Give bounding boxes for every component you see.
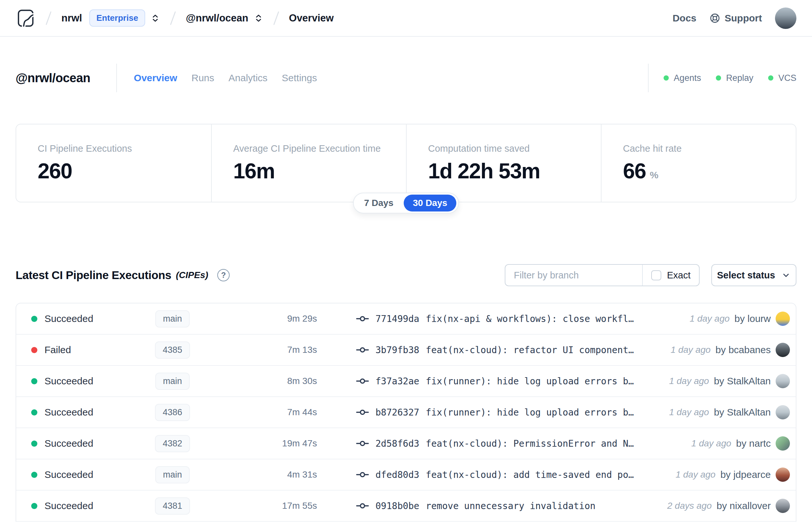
integration-label: Replay [726,73,753,83]
commit-time: 1 day ago [669,376,709,386]
breadcrumb-org[interactable]: nrwl [61,12,82,24]
commit-icon [356,406,369,419]
duration: 4m 31s [213,469,317,480]
table-row[interactable]: Succeeded main 8m 30s f37a32ae fix(runne… [16,366,796,397]
integration-label: Agents [674,73,701,83]
stat-card-ci-pipeline-executions: CI Pipeline Executions 260 [16,124,211,202]
status-dot [31,409,37,416]
status-dot-icon [716,75,721,80]
integration-replay[interactable]: Replay [716,73,753,83]
commit-time: 1 day ago [691,438,731,449]
status-label: Succeeded [45,407,93,418]
commit-icon [356,343,369,356]
table-row[interactable]: Failed 4385 7m 13s 3b79fb38 feat(nx-clou… [16,335,796,366]
duration: 7m 44s [213,407,317,418]
duration: 9m 29s [213,314,317,324]
tab-analytics[interactable]: Analytics [229,73,267,84]
org-switcher-caret-icon[interactable] [150,13,160,23]
divider [648,64,649,92]
integration-vcs[interactable]: VCS [768,73,796,83]
exact-label: Exact [667,270,691,281]
stat-label: Computation time saved [428,143,601,154]
commit-hash: b8726327 [376,407,419,418]
exact-checkbox[interactable] [651,270,661,280]
commit-author: by nixallover [717,500,771,511]
table-row[interactable]: Succeeded 4386 7m 44s b8726327 fix(runne… [16,397,796,428]
commit-icon [356,437,369,450]
range-option-7-days[interactable]: 7 Days [354,195,404,211]
enterprise-badge: Enterprise [89,10,145,27]
branch-badge: main [155,373,190,390]
stat-card-average-execution-time: Average CI Pipeline Execution time 16m [211,124,406,202]
commit-hash: 0918b0be [376,501,419,511]
table-row[interactable]: Succeeded 4382 19m 47s 2d58f6d3 feat(nx-… [16,428,796,460]
status-select-dropdown[interactable]: Select status [711,264,796,286]
avatar [776,343,790,357]
support-link[interactable]: Support [725,13,762,24]
integration-label: VCS [778,73,796,83]
commit-author: by nartc [736,438,771,449]
nx-cloud-logo-icon[interactable] [16,8,36,28]
stat-value: 16m [233,159,275,183]
status-dot [31,378,37,384]
top-nav: nrwl Enterprise @nrwl/ocean Overview Doc… [0,0,812,37]
status-label: Succeeded [45,376,93,387]
date-range-toggle: 7 Days 30 Days [353,193,459,213]
workspace-header: @nrwl/ocean Overview Runs Analytics Sett… [0,67,812,89]
breadcrumb-separator [46,11,52,25]
workspace-tabs: Overview Runs Analytics Settings [134,73,317,84]
status-label: Succeeded [45,313,93,324]
table-row[interactable]: Succeeded main 4m 31s dfed80d3 feat(nx-c… [16,460,796,491]
table-row[interactable]: Succeeded main 9m 29s 771499da fix(nx-ap… [16,303,796,335]
commit-message: feat(nx-cloud): refactor UI component… [426,345,634,356]
status-dot [31,440,37,447]
commit-author: by StalkAltan [714,407,771,418]
avatar [776,374,790,388]
integration-agents[interactable]: Agents [663,73,701,83]
branch-filter-input[interactable] [505,270,642,281]
avatar [776,405,790,419]
stat-value: 260 [38,159,72,183]
avatar [776,436,790,451]
tab-runs[interactable]: Runs [191,73,214,84]
commit-icon [356,468,369,481]
duration: 8m 30s [213,376,317,386]
range-option-30-days[interactable]: 30 Days [404,195,456,211]
section-title: Latest CI Pipeline Executions [16,269,171,282]
stat-label: CI Pipeline Executions [38,143,211,154]
tab-overview[interactable]: Overview [134,73,177,84]
stat-card-computation-time-saved: Computation time saved 1d 22h 53m [406,124,601,202]
breadcrumb-separator [273,11,279,25]
docs-link[interactable]: Docs [673,13,696,24]
breadcrumb-workspace[interactable]: @nrwl/ocean [186,12,248,24]
user-avatar[interactable] [775,7,796,29]
stat-value: 66 [623,159,646,183]
commit-time: 1 day ago [676,469,716,480]
branch-badge: main [155,466,190,483]
tab-settings[interactable]: Settings [282,73,317,84]
help-icon[interactable] [217,269,230,281]
branch-badge: 4382 [155,435,190,452]
integration-status-group: Agents Replay VCS [648,64,796,92]
commit-message: remove unnecessary invalidation [426,501,596,511]
status-dot [31,347,37,353]
workspace-switcher-caret-icon[interactable] [254,13,263,23]
status-dot [31,316,37,322]
commit-time: 1 day ago [671,345,711,355]
cipe-table: Succeeded main 9m 29s 771499da fix(nx-ap… [16,303,796,522]
status-label: Succeeded [45,500,93,511]
cipes-controls: Exact Select status [505,264,796,286]
commit-message: fix(runner): hide log upload errors b… [426,376,634,387]
status-dot-icon [768,75,773,80]
breadcrumb-page: Overview [289,12,334,24]
commit-time: 2 days ago [667,501,711,511]
commit-time: 1 day ago [690,314,730,324]
commit-hash: f37a32ae [376,376,419,387]
branch-badge: 4386 [155,404,190,421]
status-label: Succeeded [45,469,93,480]
table-row[interactable]: Succeeded 4381 17m 55s 0918b0be remove u… [16,491,796,522]
status-dot-icon [663,75,669,80]
stat-label: Cache hit rate [623,143,796,154]
exact-toggle: Exact [642,265,699,286]
cipes-section-header: Latest CI Pipeline Executions (CIPEs) Ex… [16,264,796,286]
